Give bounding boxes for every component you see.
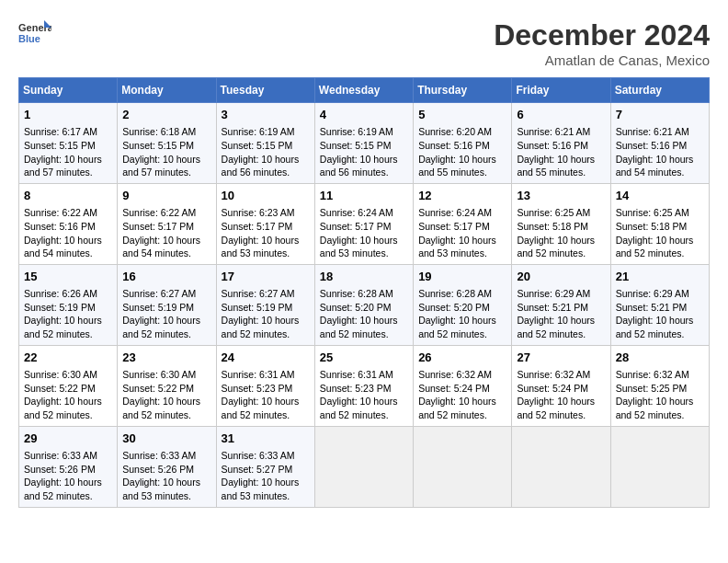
cell-line: Sunrise: 6:22 AM — [122, 206, 210, 220]
cell-line: and 52 minutes. — [517, 247, 605, 260]
day-number: 14 — [616, 188, 704, 204]
cell-line: Sunset: 5:22 PM — [122, 382, 210, 396]
day-number: 20 — [517, 269, 605, 285]
cell-line: Sunrise: 6:25 AM — [517, 206, 605, 220]
day-number: 29 — [24, 431, 112, 447]
cell-line: Daylight: 10 hours — [616, 395, 704, 408]
cell-line: and 52 minutes. — [24, 327, 112, 341]
day-number: 6 — [517, 107, 605, 123]
cell-line: Sunset: 5:26 PM — [122, 463, 210, 477]
cell-line: and 52 minutes. — [320, 327, 408, 341]
cell-line: Daylight: 10 hours — [222, 476, 310, 489]
cell-line: Daylight: 10 hours — [122, 476, 210, 489]
cell-line: Sunset: 5:16 PM — [616, 139, 704, 153]
cell-line: Daylight: 10 hours — [320, 234, 408, 247]
day-number: 15 — [24, 269, 112, 285]
cell-line: Daylight: 10 hours — [320, 314, 408, 327]
cell-line: Daylight: 10 hours — [222, 314, 310, 327]
cell-line: Sunrise: 6:18 AM — [122, 125, 210, 139]
cell-line: Sunrise: 6:19 AM — [320, 125, 408, 139]
cell-line: and 52 minutes. — [24, 489, 112, 503]
dow-header: Sunday — [19, 78, 118, 103]
cell-line: Sunset: 5:19 PM — [122, 301, 210, 315]
cell-line: Daylight: 10 hours — [616, 234, 704, 247]
cell-line: Sunset: 5:17 PM — [418, 220, 506, 234]
calendar-cell: 28Sunrise: 6:32 AMSunset: 5:25 PMDayligh… — [610, 345, 709, 426]
cell-line: Daylight: 10 hours — [222, 153, 310, 167]
calendar-cell: 30Sunrise: 6:33 AMSunset: 5:26 PMDayligh… — [118, 426, 216, 507]
day-number: 30 — [122, 431, 210, 447]
cell-line: Sunrise: 6:32 AM — [616, 368, 704, 382]
cell-line: and 53 minutes. — [122, 489, 210, 503]
calendar-cell — [414, 426, 512, 507]
cell-line: Daylight: 10 hours — [222, 395, 310, 408]
cell-line: Sunset: 5:21 PM — [517, 301, 605, 315]
cell-line: Sunset: 5:17 PM — [122, 220, 210, 234]
cell-line: and 57 minutes. — [24, 166, 112, 179]
cell-line: Daylight: 10 hours — [122, 153, 210, 167]
cell-line: Sunrise: 6:29 AM — [616, 287, 704, 301]
cell-line: Sunset: 5:20 PM — [320, 301, 408, 315]
calendar-cell: 12Sunrise: 6:24 AMSunset: 5:17 PMDayligh… — [414, 183, 512, 264]
cell-line: and 55 minutes. — [418, 166, 506, 179]
day-number: 25 — [320, 350, 408, 366]
cell-line: Sunrise: 6:28 AM — [418, 287, 506, 301]
cell-line: Sunset: 5:26 PM — [24, 463, 112, 477]
calendar-cell: 23Sunrise: 6:30 AMSunset: 5:22 PMDayligh… — [118, 345, 216, 426]
calendar-cell: 1Sunrise: 6:17 AMSunset: 5:15 PMDaylight… — [19, 103, 118, 184]
cell-line: and 52 minutes. — [616, 327, 704, 341]
day-number: 13 — [517, 188, 605, 204]
cell-line: Sunrise: 6:21 AM — [517, 125, 605, 139]
calendar-cell: 8Sunrise: 6:22 AMSunset: 5:16 PMDaylight… — [19, 183, 118, 264]
day-number: 10 — [222, 188, 310, 204]
calendar-cell: 20Sunrise: 6:29 AMSunset: 5:21 PMDayligh… — [512, 264, 610, 345]
cell-line: and 52 minutes. — [24, 408, 112, 422]
month-title: December 2024 — [494, 18, 710, 52]
cell-line: Sunrise: 6:31 AM — [320, 368, 408, 382]
calendar-cell: 26Sunrise: 6:32 AMSunset: 5:24 PMDayligh… — [414, 345, 512, 426]
cell-line: Sunrise: 6:33 AM — [24, 449, 112, 463]
cell-line: and 52 minutes. — [517, 327, 605, 341]
day-number: 5 — [418, 107, 506, 123]
cell-line: Sunset: 5:20 PM — [418, 301, 506, 315]
cell-line: Sunset: 5:19 PM — [24, 301, 112, 315]
cell-line: Sunset: 5:15 PM — [222, 139, 310, 153]
cell-line: Sunset: 5:24 PM — [418, 382, 506, 396]
cell-line: and 52 minutes. — [616, 408, 704, 422]
cell-line: Daylight: 10 hours — [24, 476, 112, 489]
cell-line: Sunset: 5:18 PM — [616, 220, 704, 234]
cell-line: and 52 minutes. — [418, 327, 506, 341]
calendar-table: SundayMondayTuesdayWednesdayThursdayFrid… — [18, 77, 710, 508]
day-number: 28 — [616, 350, 704, 366]
cell-line: Daylight: 10 hours — [222, 234, 310, 247]
cell-line: and 52 minutes. — [122, 408, 210, 422]
day-number: 1 — [24, 107, 112, 123]
calendar-cell: 9Sunrise: 6:22 AMSunset: 5:17 PMDaylight… — [118, 183, 216, 264]
calendar-cell: 29Sunrise: 6:33 AMSunset: 5:26 PMDayligh… — [19, 426, 118, 507]
cell-line: Daylight: 10 hours — [517, 395, 605, 408]
cell-line: Sunset: 5:25 PM — [616, 382, 704, 396]
cell-line: Sunset: 5:23 PM — [222, 382, 310, 396]
cell-line: Daylight: 10 hours — [418, 234, 506, 247]
calendar-cell: 27Sunrise: 6:32 AMSunset: 5:24 PMDayligh… — [512, 345, 610, 426]
day-number: 2 — [122, 107, 210, 123]
cell-line: and 53 minutes. — [222, 489, 310, 503]
day-number: 18 — [320, 269, 408, 285]
logo-icon: General Blue — [18, 18, 51, 46]
cell-line: Sunset: 5:17 PM — [320, 220, 408, 234]
calendar-week-row: 1Sunrise: 6:17 AMSunset: 5:15 PMDaylight… — [19, 103, 710, 184]
calendar-body: 1Sunrise: 6:17 AMSunset: 5:15 PMDaylight… — [19, 103, 710, 508]
cell-line: and 52 minutes. — [517, 408, 605, 422]
location-title: Amatlan de Canas, Mexico — [494, 52, 710, 68]
cell-line: Sunrise: 6:27 AM — [122, 287, 210, 301]
logo: General Blue — [18, 18, 51, 46]
calendar-cell: 31Sunrise: 6:33 AMSunset: 5:27 PMDayligh… — [216, 426, 314, 507]
day-number: 12 — [418, 188, 506, 204]
calendar-cell: 10Sunrise: 6:23 AMSunset: 5:17 PMDayligh… — [216, 183, 314, 264]
cell-line: Sunrise: 6:28 AM — [320, 287, 408, 301]
calendar-cell: 24Sunrise: 6:31 AMSunset: 5:23 PMDayligh… — [216, 345, 314, 426]
svg-text:Blue: Blue — [18, 33, 40, 44]
calendar-cell: 17Sunrise: 6:27 AMSunset: 5:19 PMDayligh… — [216, 264, 314, 345]
calendar-cell: 15Sunrise: 6:26 AMSunset: 5:19 PMDayligh… — [19, 264, 118, 345]
calendar-week-row: 29Sunrise: 6:33 AMSunset: 5:26 PMDayligh… — [19, 426, 710, 507]
